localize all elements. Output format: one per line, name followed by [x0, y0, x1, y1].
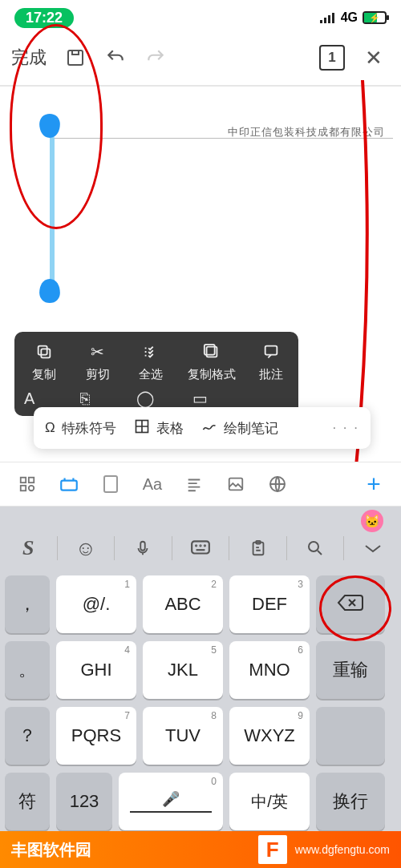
key-question[interactable]: ？	[5, 707, 50, 765]
watermark-logo: F	[258, 835, 287, 864]
key-abc[interactable]: 2ABC	[143, 575, 223, 633]
context-menu: 复制 ✂ 剪切 全选 复制格式 批注 A ⎘ ◯ ▭	[14, 332, 298, 416]
comment-icon	[262, 341, 280, 362]
svg-point-14	[29, 486, 34, 491]
sub-popup: Ω 特殊符号 表格 绘制笔记 · · ·	[34, 407, 371, 449]
key-123[interactable]: 123	[56, 773, 112, 830]
format-bar: Aa +	[0, 462, 401, 507]
kb-voice-icon[interactable]	[118, 525, 168, 571]
key-jkl[interactable]: 5JKL	[143, 641, 223, 699]
key-symbol[interactable]: 符	[5, 773, 50, 830]
space-mic-icon: 🎤	[130, 790, 212, 813]
key-space[interactable]: 0🎤	[119, 773, 223, 830]
svg-point-21	[196, 545, 196, 546]
svg-rect-2	[328, 15, 330, 23]
status-right: 4G ⚡	[320, 10, 387, 25]
keyboard-sticker-icon[interactable]: 🐱	[361, 510, 383, 532]
svg-rect-20	[192, 541, 209, 553]
kb-ime-icon[interactable]	[176, 525, 226, 571]
svg-point-23	[205, 545, 205, 546]
svg-rect-16	[104, 476, 117, 492]
svg-rect-15	[61, 481, 77, 491]
ctx-copy[interactable]: 复制	[18, 341, 71, 382]
ctx-cut[interactable]: ✂ 剪切	[71, 341, 125, 382]
key-mno[interactable]: 6MNO	[229, 641, 310, 699]
status-time: 17:22	[14, 8, 74, 28]
svg-rect-19	[141, 542, 146, 551]
svg-rect-9	[265, 346, 277, 355]
svg-point-22	[200, 545, 200, 546]
kb-search-icon[interactable]	[290, 525, 341, 571]
fmt-align-icon[interactable]	[173, 462, 215, 506]
cut-icon: ✂	[91, 341, 104, 362]
kb-clipboard-icon[interactable]	[233, 525, 283, 571]
undo-icon[interactable]	[99, 42, 132, 74]
kb-sogou-icon[interactable]: S	[3, 525, 54, 571]
key-reinput[interactable]: 重输	[316, 641, 385, 699]
document-title: 中印正信包装科技成都有限公司	[228, 125, 385, 139]
network-label: 4G	[341, 10, 358, 25]
key-ghi[interactable]: 4GHI	[56, 641, 136, 699]
annotation-circle	[319, 575, 391, 641]
svg-rect-12	[29, 478, 34, 482]
draw-icon	[201, 418, 217, 438]
fmt-apps-icon[interactable]	[6, 462, 48, 506]
watermark-brand: 丰图软件园	[11, 839, 91, 861]
svg-rect-11	[21, 478, 26, 482]
key-1[interactable]: 1@/.	[56, 575, 136, 633]
copyformat-icon	[203, 341, 221, 362]
ctx-copyformat[interactable]: 复制格式	[178, 341, 247, 382]
key-wxyz[interactable]: 9WXYZ	[229, 707, 310, 765]
annotation-oval	[10, 24, 103, 229]
ctx-selectall[interactable]: 全选	[124, 341, 178, 382]
svg-rect-0	[320, 20, 322, 23]
key-tuv[interactable]: 8TUV	[143, 707, 223, 765]
key-pqrs[interactable]: 7PQRS	[56, 707, 136, 765]
kb-emoji-icon[interactable]: ☺	[61, 525, 111, 571]
fmt-add-icon[interactable]: +	[353, 462, 395, 506]
key-blank-right[interactable]	[316, 707, 385, 765]
fmt-translate-icon[interactable]	[257, 462, 298, 506]
key-period[interactable]: 。	[5, 641, 50, 699]
ctx-comment[interactable]: 批注	[246, 341, 295, 382]
svg-rect-3	[332, 13, 334, 23]
sub-symbols[interactable]: Ω 特殊符号	[45, 419, 116, 438]
keyboard: 🐱 S ☺ ， 1@/. 2ABC 3DEF 。 4GHI 5JKL 6MNO …	[0, 507, 401, 868]
watermark-url: www.dgfengtu.com	[295, 843, 390, 856]
keyboard-toolbar: S ☺	[0, 524, 401, 572]
watermark: 丰图软件园 F www.dgfengtu.com	[0, 831, 401, 868]
selectall-icon	[142, 341, 160, 362]
redo-icon	[140, 42, 172, 74]
key-enter[interactable]: 换行	[316, 773, 385, 830]
fmt-font-icon[interactable]: Aa	[132, 462, 173, 506]
table-icon	[134, 418, 150, 438]
omega-icon: Ω	[45, 420, 55, 436]
fmt-keyboard-icon[interactable]	[48, 462, 90, 506]
copy-icon	[35, 341, 53, 362]
signal-icon	[320, 12, 336, 23]
key-lang[interactable]: 中/英	[229, 773, 310, 830]
sub-table[interactable]: 表格	[134, 418, 184, 438]
key-def[interactable]: 3DEF	[229, 575, 310, 633]
battery-icon: ⚡	[363, 11, 387, 24]
svg-rect-6	[38, 346, 47, 355]
svg-rect-1	[324, 18, 326, 23]
close-icon[interactable]: ✕	[358, 42, 390, 74]
svg-rect-13	[21, 486, 26, 491]
sub-more[interactable]: · · ·	[332, 420, 359, 436]
svg-point-26	[309, 542, 318, 551]
page-indicator[interactable]: 1	[319, 45, 345, 71]
fmt-page-icon[interactable]	[90, 462, 132, 506]
key-comma[interactable]: ，	[5, 575, 50, 633]
sub-notes[interactable]: 绘制笔记	[201, 418, 278, 438]
fmt-image-icon[interactable]	[215, 462, 257, 506]
svg-rect-5	[42, 349, 51, 357]
selection-handle-bottom[interactable]	[39, 279, 60, 303]
